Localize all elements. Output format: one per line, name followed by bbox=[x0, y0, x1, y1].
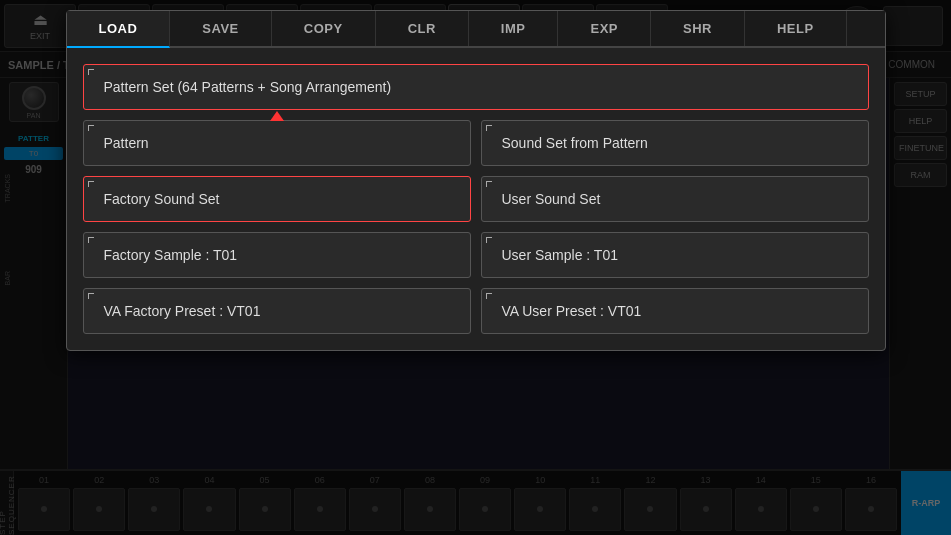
tab-save[interactable]: SAVE bbox=[170, 11, 271, 46]
modal-overlay: LOAD SAVE COPY CLR IMP EXP SHR HELP Patt… bbox=[0, 0, 951, 535]
tab-copy[interactable]: COPY bbox=[272, 11, 376, 46]
tab-load[interactable]: LOAD bbox=[67, 11, 171, 48]
option-va-user-label: VA User Preset : VT01 bbox=[502, 303, 642, 319]
corner-mark-fs bbox=[88, 237, 94, 243]
option-row-1: Pattern Sound Set from Pattern bbox=[83, 120, 869, 166]
option-pattern-set[interactable]: Pattern Set (64 Patterns + Song Arrangem… bbox=[83, 64, 869, 110]
tab-exp[interactable]: EXP bbox=[558, 11, 651, 46]
corner-mark-ssf bbox=[486, 125, 492, 131]
tab-shr[interactable]: SHR bbox=[651, 11, 745, 46]
option-row-2: Factory Sound Set User Sound Set bbox=[83, 176, 869, 222]
corner-mark-pattern bbox=[88, 125, 94, 131]
corner-mark-us bbox=[486, 237, 492, 243]
arrow-up-indicator bbox=[270, 111, 284, 121]
option-pattern-label: Pattern bbox=[104, 135, 149, 151]
corner-mark-fss bbox=[88, 181, 94, 187]
option-factory-sound-label: Factory Sound Set bbox=[104, 191, 220, 207]
option-user-sound-set[interactable]: User Sound Set bbox=[481, 176, 869, 222]
option-sound-set-label: Sound Set from Pattern bbox=[502, 135, 648, 151]
option-user-sound-label: User Sound Set bbox=[502, 191, 601, 207]
option-user-sample[interactable]: User Sample : T01 bbox=[481, 232, 869, 278]
modal-content: Pattern Set (64 Patterns + Song Arrangem… bbox=[67, 48, 885, 350]
corner-mark-vau bbox=[486, 293, 492, 299]
option-row-4: VA Factory Preset : VT01 VA User Preset … bbox=[83, 288, 869, 334]
tab-imp[interactable]: IMP bbox=[469, 11, 559, 46]
option-factory-sample[interactable]: Factory Sample : T01 bbox=[83, 232, 471, 278]
load-modal: LOAD SAVE COPY CLR IMP EXP SHR HELP Patt… bbox=[66, 10, 886, 351]
option-sound-set-from-pattern[interactable]: Sound Set from Pattern bbox=[481, 120, 869, 166]
option-va-factory-preset[interactable]: VA Factory Preset : VT01 bbox=[83, 288, 471, 334]
option-pattern-set-label: Pattern Set (64 Patterns + Song Arrangem… bbox=[104, 79, 392, 95]
tab-clr[interactable]: CLR bbox=[376, 11, 469, 46]
option-row-3: Factory Sample : T01 User Sample : T01 bbox=[83, 232, 869, 278]
option-factory-sample-label: Factory Sample : T01 bbox=[104, 247, 238, 263]
option-va-factory-label: VA Factory Preset : VT01 bbox=[104, 303, 261, 319]
corner-mark-vaf bbox=[88, 293, 94, 299]
tab-help[interactable]: HELP bbox=[745, 11, 847, 46]
option-factory-sound-set[interactable]: Factory Sound Set bbox=[83, 176, 471, 222]
corner-mark bbox=[88, 69, 94, 75]
option-va-user-preset[interactable]: VA User Preset : VT01 bbox=[481, 288, 869, 334]
corner-mark-uss bbox=[486, 181, 492, 187]
app-container: ⏏ EXIT ✦ FX EDIT ↗ FX SEND ✕ FX CHAIN ⚙ … bbox=[0, 0, 951, 535]
modal-tab-bar: LOAD SAVE COPY CLR IMP EXP SHR HELP bbox=[67, 11, 885, 48]
option-user-sample-label: User Sample : T01 bbox=[502, 247, 618, 263]
option-pattern[interactable]: Pattern bbox=[83, 120, 471, 166]
